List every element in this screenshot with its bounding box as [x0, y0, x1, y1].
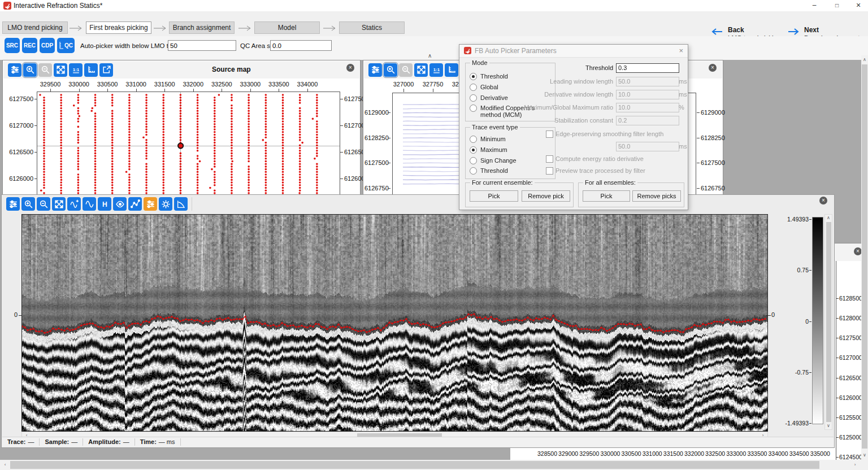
- pick-all-button[interactable]: Pick: [583, 190, 630, 202]
- auto-picker-icon[interactable]: [144, 197, 157, 211]
- next-arrow-icon: [787, 28, 800, 36]
- one-to-one-icon[interactable]: 1:1: [69, 63, 83, 77]
- collapse-toolbar-chevron-icon[interactable]: ∧: [428, 53, 432, 59]
- threshold-input[interactable]: 0.3: [616, 63, 679, 73]
- tab-first-breaks-picking[interactable]: First breaks picking: [86, 21, 151, 34]
- adjust-display-icon[interactable]: [8, 63, 21, 77]
- main-horizontal-scrollbar[interactable]: ‹ ›: [0, 460, 868, 470]
- scrollbar-thumb[interactable]: [10, 461, 819, 469]
- radio-event-sign-change[interactable]: Sign Change: [470, 157, 517, 164]
- source-map-y-axis-right: 6127500612700061265006126000: [340, 94, 361, 183]
- axis-tick: 6126750: [364, 184, 390, 193]
- tab-statics[interactable]: Statics: [339, 21, 405, 34]
- axis-tick: 327750: [419, 81, 447, 92]
- receiver-map-close-icon[interactable]: [709, 64, 717, 72]
- wiggle-plus-icon[interactable]: [67, 197, 81, 211]
- adjust-display-icon[interactable]: [368, 63, 382, 77]
- axes-settings-icon[interactable]: [445, 63, 458, 77]
- hodograph-icon[interactable]: H: [98, 197, 111, 211]
- scrollbar-thumb[interactable]: [826, 222, 831, 422]
- scroll-down-icon[interactable]: ∨: [861, 452, 868, 459]
- derivative-window-input[interactable]: 10.0: [616, 90, 679, 99]
- src-sort-button[interactable]: SRC: [5, 38, 20, 53]
- tab-model[interactable]: Model: [254, 21, 320, 34]
- zoom-in-icon[interactable]: [21, 197, 35, 211]
- axis-tick: 334500: [789, 450, 810, 458]
- close-button[interactable]: [849, 0, 868, 11]
- scrollbar-thumb[interactable]: [862, 64, 867, 449]
- scroll-right-icon[interactable]: ›: [851, 460, 859, 469]
- leading-window-input[interactable]: 50.0: [616, 77, 679, 86]
- scroll-left-icon[interactable]: ‹: [1, 460, 9, 469]
- seismic-image[interactable]: [21, 214, 768, 432]
- status-amplitude: Amplitude:—: [83, 438, 134, 446]
- energy-ratio-label: Compute energy ratio derivative: [555, 155, 644, 162]
- scroll-up-icon[interactable]: ∧: [861, 56, 868, 63]
- export-view-icon[interactable]: [99, 63, 113, 77]
- max-ratio-input[interactable]: 10.0: [616, 103, 679, 112]
- main-vertical-scrollbar[interactable]: ∧ ∨: [861, 55, 868, 460]
- seismic-close-icon[interactable]: [819, 197, 827, 204]
- tab-lmo-trend-picking[interactable]: LMO trend picking: [2, 21, 68, 34]
- source-map-scatter[interactable]: [37, 92, 340, 204]
- stabilization-input[interactable]: 0.2: [616, 116, 679, 125]
- rec-sort-button[interactable]: REC: [22, 38, 37, 53]
- scroll-down-icon[interactable]: ∨: [825, 423, 832, 429]
- qc-button[interactable]: QC: [57, 38, 75, 53]
- source-map-close-icon[interactable]: [346, 64, 354, 72]
- fit-to-window-icon[interactable]: [52, 197, 66, 211]
- zoom-out-icon[interactable]: [38, 63, 52, 77]
- qc-area-size-input[interactable]: [270, 40, 332, 51]
- axis-tick: 329500: [36, 81, 64, 92]
- wiggle-icon[interactable]: [83, 197, 96, 211]
- one-to-one-icon[interactable]: 1:1: [429, 63, 443, 77]
- zoom-in-icon[interactable]: [384, 63, 397, 77]
- axis-tick: 329000: [558, 450, 579, 458]
- radio-dot-icon: [470, 73, 477, 80]
- remove-pick-current-button[interactable]: Remove pick: [522, 190, 570, 202]
- spectrum-curve-icon[interactable]: [174, 197, 188, 211]
- axis-tick: 6127000: [839, 354, 861, 361]
- qc-map-plot-edge: [836, 261, 836, 460]
- svg-text:H: H: [102, 200, 107, 208]
- dialog-close-icon[interactable]: ×: [679, 46, 683, 55]
- seismic-vertical-scrollbar[interactable]: ∧ ∨: [824, 214, 832, 430]
- radio-mode-threshold[interactable]: Threshold: [470, 73, 508, 80]
- axis-tick: 6126750: [697, 184, 722, 193]
- remove-picks-all-button[interactable]: Remove picks: [632, 190, 681, 202]
- radio-event-minimum[interactable]: Minimum: [470, 136, 506, 143]
- zoom-in-icon[interactable]: [23, 63, 37, 77]
- axes-settings-icon[interactable]: [84, 63, 98, 77]
- radio-mode-derivative[interactable]: Derivative: [470, 94, 508, 102]
- adjust-display-icon[interactable]: [6, 197, 20, 211]
- radio-event-threshold[interactable]: Threshold: [470, 167, 508, 175]
- visibility-eye-icon[interactable]: [113, 197, 127, 211]
- pick-current-button[interactable]: Pick: [470, 190, 518, 202]
- fit-to-window-icon[interactable]: [54, 63, 67, 77]
- radio-event-maximum[interactable]: Maximum: [470, 146, 507, 154]
- zoom-out-icon[interactable]: [37, 197, 50, 211]
- zoom-out-icon[interactable]: [399, 63, 413, 77]
- smoothing-length-input[interactable]: 50.0: [616, 142, 679, 151]
- maximize-button[interactable]: [827, 0, 847, 11]
- smoothing-checkbox[interactable]: [546, 130, 553, 138]
- minimize-button[interactable]: [805, 0, 824, 11]
- source-map-plot[interactable]: [37, 92, 340, 204]
- axis-tick: 0.75: [770, 266, 809, 274]
- energy-ratio-checkbox[interactable]: [546, 155, 553, 163]
- axis-tick: 333000: [236, 81, 264, 92]
- scroll-up-icon[interactable]: ∧: [825, 215, 832, 221]
- axis-tick: 333500: [747, 450, 767, 458]
- fit-to-window-icon[interactable]: [414, 63, 428, 77]
- picks-polyline-icon[interactable]: [128, 197, 142, 211]
- tab-branch-assignment[interactable]: Branch assignment: [169, 21, 235, 34]
- axis-tick: 331500: [150, 81, 179, 92]
- cdp-sort-button[interactable]: CDP: [40, 38, 55, 53]
- qc-map-y-axis: 6128500612800061275006127000612650061260…: [839, 295, 861, 460]
- radio-mode-global[interactable]: Global: [470, 84, 498, 91]
- dialog-title-bar[interactable]: FB Auto Picker Parameters ×: [459, 45, 688, 58]
- gear-settings-icon[interactable]: [159, 197, 172, 211]
- preview-trace-checkbox[interactable]: [546, 167, 553, 175]
- qc-map-close-icon[interactable]: [854, 247, 862, 255]
- autopicker-width-input[interactable]: [168, 40, 236, 51]
